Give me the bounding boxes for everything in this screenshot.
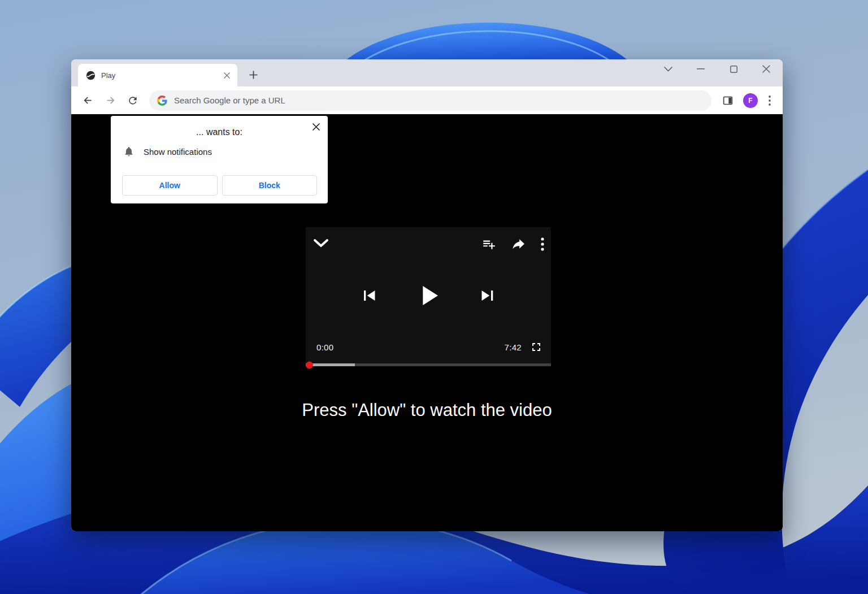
google-g-icon [157, 96, 167, 106]
progress-bar[interactable] [306, 363, 551, 366]
allow-button[interactable]: Allow [122, 175, 218, 196]
player-top-actions [481, 236, 544, 252]
share-icon[interactable] [511, 236, 526, 252]
dialog-buttons: Allow Block [122, 175, 317, 196]
back-button[interactable] [77, 90, 98, 111]
progress-buffered [306, 363, 355, 366]
reload-button[interactable] [122, 90, 144, 111]
next-track-button[interactable] [478, 285, 498, 306]
minimize-button[interactable] [696, 64, 706, 74]
tab-search-chevron-icon[interactable] [663, 64, 673, 74]
player-center-controls [306, 279, 551, 312]
tab-close-icon[interactable] [222, 70, 232, 80]
page-content: ... wants to: Show notifications Allow B… [71, 114, 783, 531]
tab-title: Play [101, 71, 216, 80]
toolbar: Search Google or type a URL F [71, 86, 783, 114]
tab-play[interactable]: Play [78, 64, 237, 86]
desktop: Play [0, 0, 868, 594]
playlist-add-icon[interactable] [481, 237, 496, 252]
play-button[interactable] [412, 279, 445, 312]
browser-window: Play [71, 59, 783, 531]
notification-permission-dialog: ... wants to: Show notifications Allow B… [111, 116, 328, 203]
address-bar-placeholder: Search Google or type a URL [174, 96, 285, 105]
globe-favicon-icon [86, 71, 96, 80]
previous-track-button[interactable] [359, 285, 379, 306]
side-panel-button[interactable] [717, 90, 739, 111]
close-window-button[interactable] [761, 64, 771, 74]
dialog-title: ... wants to: [111, 127, 328, 137]
forward-button[interactable] [99, 90, 121, 111]
bell-icon [123, 146, 134, 157]
dialog-close-icon[interactable] [311, 122, 321, 132]
player-collapse-chevron-icon[interactable] [313, 239, 329, 248]
new-tab-button[interactable] [245, 67, 261, 83]
duration: 7:42 [505, 342, 522, 352]
progress-scrubber-dot[interactable] [306, 361, 313, 368]
maximize-button[interactable] [728, 64, 739, 74]
window-controls [663, 64, 771, 74]
video-player: 0:00 7:42 [306, 227, 551, 366]
permission-label: Show notifications [144, 147, 212, 157]
player-menu-kebab-icon[interactable] [541, 237, 544, 251]
block-button[interactable]: Block [222, 175, 318, 196]
player-bottom-bar: 0:00 7:42 [316, 340, 543, 354]
address-bar[interactable]: Search Google or type a URL [149, 90, 711, 111]
tab-strip: Play [71, 59, 783, 86]
current-time: 0:00 [316, 342, 333, 352]
permission-row: Show notifications [111, 146, 328, 157]
page-message: Press "Allow" to watch the video [71, 400, 783, 420]
browser-menu-kebab-icon[interactable] [762, 90, 777, 111]
profile-avatar[interactable]: F [743, 93, 758, 108]
fullscreen-icon[interactable] [530, 340, 543, 354]
